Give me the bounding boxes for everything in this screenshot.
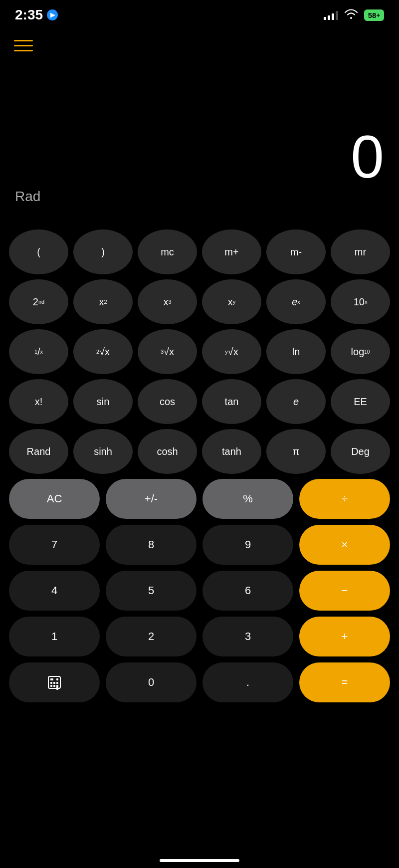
- btn-sqrt[interactable]: 2√x: [73, 329, 133, 374]
- btn-divide[interactable]: ÷: [299, 479, 390, 519]
- btn-five[interactable]: 5: [106, 571, 197, 611]
- signal-icon: [324, 10, 338, 20]
- calculator-display: 0 Rad: [0, 110, 399, 210]
- btn-x-squared[interactable]: x2: [73, 279, 133, 324]
- btn-pi[interactable]: π: [266, 429, 326, 474]
- btn-second[interactable]: 2nd: [9, 279, 68, 324]
- btn-mc[interactable]: mc: [138, 229, 197, 274]
- wifi-icon: [344, 9, 358, 21]
- sci-row-4: RandsinhcoshtanhπDeg: [9, 429, 390, 474]
- btn-decimal[interactable]: .: [202, 662, 293, 702]
- svg-rect-3: [50, 685, 52, 687]
- svg-rect-2: [50, 682, 52, 684]
- location-icon: ▶: [47, 9, 58, 20]
- btn-e-to-x[interactable]: ex: [266, 279, 326, 324]
- btn-ten-to-x[interactable]: 10x: [331, 279, 390, 324]
- display-mode: Rad: [15, 189, 384, 205]
- std-row-1: 789×: [9, 525, 390, 565]
- std-row-4: 0.=: [9, 662, 390, 702]
- btn-ac[interactable]: AC: [9, 479, 100, 519]
- menu-line-1: [14, 40, 33, 41]
- btn-sin[interactable]: sin: [73, 379, 133, 424]
- time-label: 2:35: [15, 7, 43, 23]
- std-row-2: 456−: [9, 571, 390, 611]
- svg-rect-8: [56, 685, 58, 690]
- status-right: 58: [324, 9, 384, 21]
- btn-factorial[interactable]: x!: [9, 379, 68, 424]
- svg-rect-4: [53, 682, 55, 684]
- btn-paren-close[interactable]: ): [73, 229, 133, 274]
- btn-multiply[interactable]: ×: [299, 525, 390, 565]
- btn-cos[interactable]: cos: [138, 379, 197, 424]
- btn-one[interactable]: 1: [9, 617, 100, 656]
- btn-three[interactable]: 3: [202, 617, 293, 656]
- std-row-3: 123+: [9, 617, 390, 656]
- btn-rand[interactable]: Rand: [9, 429, 68, 474]
- btn-paren-open[interactable]: (: [9, 229, 68, 274]
- battery-level: 58: [368, 11, 377, 19]
- scientific-rows: ()mcm+m-mr2ndx2x3xyex10x1/x2√x3√xy√xlnlo…: [9, 229, 390, 474]
- menu-line-2: [14, 45, 33, 46]
- btn-tanh[interactable]: tanh: [202, 429, 261, 474]
- btn-m-minus[interactable]: m-: [266, 229, 326, 274]
- btn-nine[interactable]: 9: [202, 525, 293, 565]
- btn-subtract[interactable]: −: [299, 571, 390, 611]
- btn-four[interactable]: 4: [9, 571, 100, 611]
- display-value: 0: [15, 127, 384, 187]
- btn-x-to-y[interactable]: xy: [202, 279, 261, 324]
- calculator-area: ()mcm+m-mr2ndx2x3xyex10x1/x2√x3√xy√xlnlo…: [0, 229, 399, 708]
- svg-rect-5: [53, 685, 55, 687]
- btn-six[interactable]: 6: [202, 571, 293, 611]
- status-bar: 2:35 ▶ 58: [0, 0, 399, 30]
- svg-rect-7: [56, 682, 58, 684]
- sci-row-0: ()mcm+m-mr: [9, 229, 390, 274]
- btn-log10[interactable]: log10: [331, 329, 390, 374]
- menu-button[interactable]: [14, 40, 33, 51]
- btn-add[interactable]: +: [299, 617, 390, 656]
- sci-row-1: 2ndx2x3xyex10x: [9, 279, 390, 324]
- btn-seven[interactable]: 7: [9, 525, 100, 565]
- btn-zero[interactable]: 0: [106, 662, 197, 702]
- btn-plus-minus[interactable]: +/-: [106, 479, 197, 519]
- battery-indicator: 58: [364, 9, 384, 21]
- btn-sinh[interactable]: sinh: [73, 429, 133, 474]
- btn-euler[interactable]: e: [266, 379, 326, 424]
- btn-eight[interactable]: 8: [106, 525, 197, 565]
- btn-calculator-icon[interactable]: [9, 662, 100, 702]
- btn-cbrt[interactable]: 3√x: [138, 329, 197, 374]
- btn-cosh[interactable]: cosh: [138, 429, 197, 474]
- svg-rect-1: [50, 678, 53, 680]
- standard-rows: AC+/-%÷789×456−123+0.=: [9, 479, 390, 702]
- btn-percent[interactable]: %: [202, 479, 293, 519]
- btn-equals[interactable]: =: [299, 662, 390, 702]
- btn-m-plus[interactable]: m+: [202, 229, 261, 274]
- btn-ln[interactable]: ln: [266, 329, 326, 374]
- btn-tan[interactable]: tan: [202, 379, 261, 424]
- sci-row-2: 1/x2√x3√xy√xlnlog10: [9, 329, 390, 374]
- svg-rect-6: [56, 678, 58, 680]
- btn-two[interactable]: 2: [106, 617, 197, 656]
- btn-yth-root[interactable]: y√x: [202, 329, 261, 374]
- status-time: 2:35 ▶: [15, 7, 58, 23]
- home-indicator: [160, 859, 239, 862]
- btn-x-cubed[interactable]: x3: [138, 279, 197, 324]
- menu-line-3: [14, 50, 33, 51]
- btn-one-over-x[interactable]: 1/x: [9, 329, 68, 374]
- std-row-0: AC+/-%÷: [9, 479, 390, 519]
- btn-ee[interactable]: EE: [331, 379, 390, 424]
- sci-row-3: x!sincostaneEE: [9, 379, 390, 424]
- btn-mr[interactable]: mr: [331, 229, 390, 274]
- btn-deg[interactable]: Deg: [331, 429, 390, 474]
